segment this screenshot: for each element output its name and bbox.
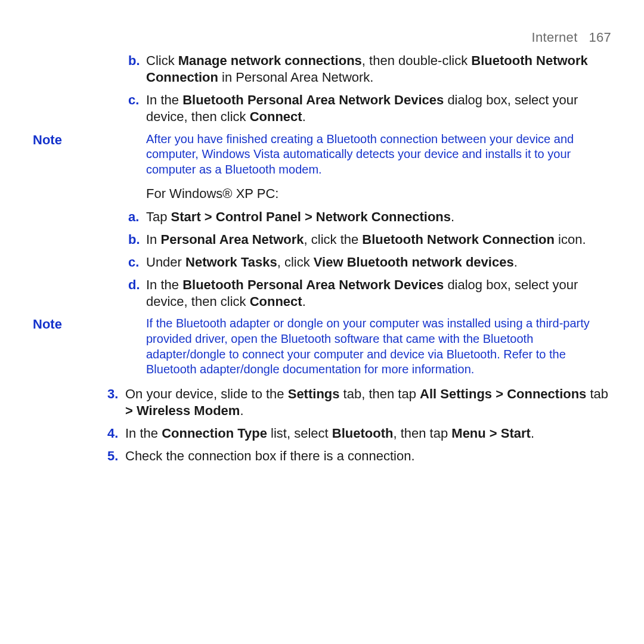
note-label: Note [33,316,104,377]
item-text: Under Network Tasks, click View Bluetoot… [146,254,611,271]
item-text: In the Bluetooth Personal Area Network D… [146,277,611,310]
section-name: Internet [532,30,578,45]
note-block: Note After you have finished creating a … [33,132,611,178]
note-label: Note [33,132,104,178]
list-item: b. Click Manage network connections, the… [33,52,611,86]
item-text: On your device, slide to the Settings ta… [125,386,611,419]
item-text: In Personal Area Network, click the Blue… [146,231,611,248]
list-item: b. In Personal Area Network, click the B… [33,231,611,248]
note-block: Note If the Bluetooth adapter or dongle … [33,316,611,377]
note-text: If the Bluetooth adapter or dongle on yo… [104,316,611,377]
list-item: 3. On your device, slide to the Settings… [33,386,611,419]
list-item: 5. Check the connection box if there is … [33,448,611,465]
note-text: After you have finished creating a Bluet… [104,132,611,178]
list-item: c. Under Network Tasks, click View Bluet… [33,254,611,271]
marker-c: c. [128,92,146,125]
page-body: b. Click Manage network connections, the… [33,52,611,465]
xp-intro: For Windows® XP PC: [33,185,611,202]
list-item: c. In the Bluetooth Personal Area Networ… [33,92,611,125]
item-text: Check the connection box if there is a c… [125,448,611,465]
page-number: 167 [589,30,611,45]
marker-d: d. [128,277,146,310]
list-item: d. In the Bluetooth Personal Area Networ… [33,277,611,310]
page: Internet 167 b. Click Manage network con… [0,0,644,644]
list-item: 4. In the Connection Type list, select B… [33,425,611,442]
item-text: In the Connection Type list, select Blue… [125,425,611,442]
list-item: a. Tap Start > Control Panel > Network C… [33,209,611,225]
marker-c2: c. [128,254,146,271]
xp-intro-text: For Windows® XP PC: [146,185,611,202]
item-text: In the Bluetooth Personal Area Network D… [146,92,611,125]
item-text: Click Manage network connections, then d… [146,52,611,86]
marker-4: 4. [107,425,125,442]
item-text: Tap Start > Control Panel > Network Conn… [146,209,611,225]
page-header: Internet 167 [33,30,611,45]
marker-a: a. [128,209,146,225]
marker-b: b. [128,52,146,86]
marker-b2: b. [128,231,146,248]
marker-5: 5. [107,448,125,465]
marker-3: 3. [107,386,125,419]
